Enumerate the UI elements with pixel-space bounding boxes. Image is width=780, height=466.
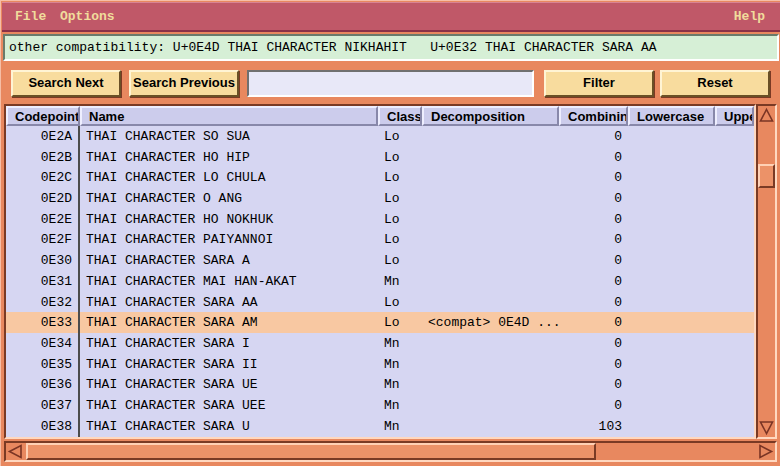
cell-name: THAI CHARACTER SARA UE — [80, 375, 378, 396]
cell-lowercase — [628, 250, 715, 271]
cell-class: Lo — [378, 167, 422, 188]
cell-uppercase — [715, 188, 754, 209]
cell-codepoint: 0E30 — [6, 250, 80, 271]
cell-uppercase — [715, 250, 754, 271]
cell-codepoint: 0E2C — [6, 167, 80, 188]
reset-button[interactable]: Reset — [660, 70, 770, 97]
cell-uppercase — [715, 416, 754, 437]
horizontal-scrollbar-thumb[interactable] — [26, 443, 596, 460]
cell-uppercase — [715, 395, 754, 416]
cell-codepoint: 0E2A — [6, 126, 80, 147]
menu-help[interactable]: Help — [734, 9, 765, 24]
filter-button[interactable]: Filter — [544, 70, 654, 97]
cell-combining: 0 — [559, 354, 628, 375]
cell-lowercase — [628, 333, 715, 354]
cell-decomposition — [422, 271, 559, 292]
cell-lowercase — [628, 375, 715, 396]
cell-class: Lo — [378, 147, 422, 168]
table-row[interactable]: 0E2BTHAI CHARACTER HO HIPLo0 — [6, 147, 754, 168]
table-row[interactable]: 0E35THAI CHARACTER SARA IIMn0 — [6, 354, 754, 375]
cell-combining: 0 — [559, 188, 628, 209]
cell-combining: 0 — [559, 250, 628, 271]
cell-uppercase — [715, 126, 754, 147]
cell-codepoint: 0E35 — [6, 354, 80, 375]
cell-decomposition — [422, 147, 559, 168]
cell-name: THAI CHARACTER SO SUA — [80, 126, 378, 147]
column-header-combining[interactable]: Combining — [559, 106, 628, 126]
cell-codepoint: 0E31 — [6, 271, 80, 292]
cell-class: Lo — [378, 188, 422, 209]
cell-class: Mn — [378, 333, 422, 354]
search-next-button[interactable]: Search Next — [11, 70, 121, 97]
vertical-scrollbar-thumb[interactable] — [758, 164, 775, 188]
cell-codepoint: 0E2F — [6, 230, 80, 251]
menu-file[interactable]: File — [15, 9, 46, 24]
column-header-codepoint[interactable]: Codepoint — [6, 106, 80, 126]
cell-decomposition — [422, 292, 559, 313]
table-row[interactable]: 0E2CTHAI CHARACTER LO CHULALo0 — [6, 167, 754, 188]
cell-lowercase — [628, 167, 715, 188]
cell-codepoint: 0E37 — [6, 395, 80, 416]
scroll-right-icon[interactable] — [757, 443, 774, 460]
column-header-class[interactable]: Class — [378, 106, 422, 126]
table-body: 0E2ATHAI CHARACTER SO SUALo00E2BTHAI CHA… — [6, 126, 754, 437]
column-header-lowercase[interactable]: Lowercase — [628, 106, 715, 126]
column-header-decomposition[interactable]: Decomposition — [422, 106, 559, 126]
cell-name: THAI CHARACTER SARA UEE — [80, 395, 378, 416]
cell-class: Lo — [378, 292, 422, 313]
cell-name: THAI CHARACTER SARA U — [80, 416, 378, 437]
cell-combining: 0 — [559, 312, 628, 333]
cell-class: Lo — [378, 250, 422, 271]
search-input[interactable] — [247, 70, 534, 97]
cell-lowercase — [628, 312, 715, 333]
app-window: File Options Help other compatibility: U… — [0, 0, 780, 466]
cell-name: THAI CHARACTER SARA II — [80, 354, 378, 375]
cell-class: Mn — [378, 354, 422, 375]
column-header-name[interactable]: Name — [80, 106, 378, 126]
table-row[interactable]: 0E2ATHAI CHARACTER SO SUALo0 — [6, 126, 754, 147]
table-row[interactable]: 0E31THAI CHARACTER MAI HAN-AKATMn0 — [6, 271, 754, 292]
scroll-down-icon[interactable] — [758, 419, 775, 436]
menu-options[interactable]: Options — [60, 9, 115, 24]
cell-decomposition — [422, 354, 559, 375]
cell-name: THAI CHARACTER PAIYANNOI — [80, 230, 378, 251]
cell-uppercase — [715, 271, 754, 292]
table-row[interactable]: 0E38THAI CHARACTER SARA UMn103 — [6, 416, 754, 437]
vertical-scrollbar[interactable] — [756, 104, 777, 439]
table-header-row: CodepointNameClassDecompositionCombining… — [6, 106, 754, 126]
cell-uppercase — [715, 147, 754, 168]
character-table: CodepointNameClassDecompositionCombining… — [4, 104, 756, 439]
cell-name: THAI CHARACTER HO HIP — [80, 147, 378, 168]
cell-name: THAI CHARACTER SARA I — [80, 333, 378, 354]
cell-decomposition — [422, 188, 559, 209]
cell-decomposition — [422, 126, 559, 147]
cell-name: THAI CHARACTER MAI HAN-AKAT — [80, 271, 378, 292]
table-row-selected[interactable]: 0E33THAI CHARACTER SARA AMLo<compat> 0E4… — [6, 312, 754, 333]
table-row[interactable]: 0E2FTHAI CHARACTER PAIYANNOILo0 — [6, 230, 754, 251]
cell-name: THAI CHARACTER HO NOKHUK — [80, 209, 378, 230]
cell-combining: 0 — [559, 292, 628, 313]
cell-uppercase — [715, 333, 754, 354]
cell-codepoint: 0E34 — [6, 333, 80, 354]
table-row[interactable]: 0E2ETHAI CHARACTER HO NOKHUKLo0 — [6, 209, 754, 230]
cell-combining: 0 — [559, 126, 628, 147]
cell-uppercase — [715, 312, 754, 333]
table-row[interactable]: 0E2DTHAI CHARACTER O ANGLo0 — [6, 188, 754, 209]
cell-codepoint: 0E2D — [6, 188, 80, 209]
table-row[interactable]: 0E30THAI CHARACTER SARA ALo0 — [6, 250, 754, 271]
cell-combining: 0 — [559, 167, 628, 188]
cell-uppercase — [715, 230, 754, 251]
scroll-left-icon[interactable] — [7, 443, 24, 460]
cell-decomposition — [422, 230, 559, 251]
scroll-up-icon[interactable] — [758, 107, 775, 124]
cell-name: THAI CHARACTER SARA AM — [80, 312, 378, 333]
table-row[interactable]: 0E36THAI CHARACTER SARA UEMn0 — [6, 375, 754, 396]
table-row[interactable]: 0E32THAI CHARACTER SARA AALo0 — [6, 292, 754, 313]
horizontal-scrollbar[interactable] — [4, 441, 777, 462]
table-row[interactable]: 0E37THAI CHARACTER SARA UEEMn0 — [6, 395, 754, 416]
column-header-uppe[interactable]: Uppe — [715, 106, 754, 126]
table-row[interactable]: 0E34THAI CHARACTER SARA IMn0 — [6, 333, 754, 354]
cell-decomposition — [422, 416, 559, 437]
search-previous-button[interactable]: Search Previous — [129, 70, 239, 97]
cell-class: Lo — [378, 230, 422, 251]
